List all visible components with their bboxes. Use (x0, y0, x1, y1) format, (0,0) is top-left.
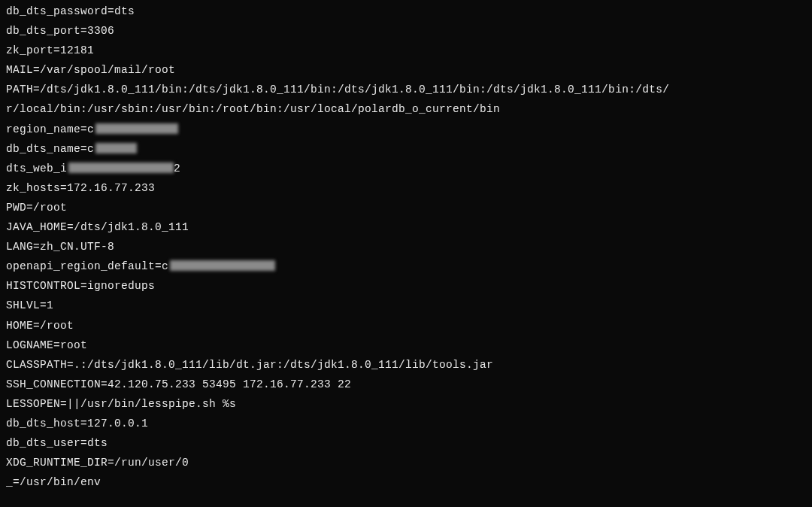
env-line: db_dts_host=127.0.0.1 (6, 414, 806, 433)
env-line: HISTCONTROL=ignoredups (6, 276, 806, 296)
redacted-value (95, 143, 137, 153)
env-value: dts_web_i (6, 162, 67, 175)
env-line: zk_port=12181 (6, 41, 806, 60)
env-line: r/local/bin:/usr/sbin:/usr/bin:/root/bin… (6, 99, 806, 119)
env-value: db_dts_name=c (6, 143, 94, 155)
env-line: db_dts_port=3306 (6, 21, 806, 41)
env-line: XDG_RUNTIME_DIR=/run/user/0 (6, 453, 806, 472)
env-line: db_dts_user=dts (6, 433, 806, 453)
env-line: SHLVL=1 (6, 296, 806, 315)
env-value: 2 (174, 162, 180, 175)
env-value: region_name=c (6, 123, 94, 135)
terminal-output: db_dts_password=dts db_dts_port=3306 zk_… (0, 0, 812, 493)
redacted-value (68, 162, 174, 173)
env-line: HOME=/root (6, 316, 806, 335)
env-line: zk_hosts=172.16.77.233 (6, 178, 806, 198)
env-line: openapi_region_default=c (6, 257, 806, 276)
env-line: LANG=zh_CN.UTF-8 (6, 237, 806, 257)
env-line: db_dts_name=c (6, 139, 806, 159)
env-value: openapi_region_default=c (6, 260, 168, 272)
env-line: CLASSPATH=.:/dts/jdk1.8.0_111/lib/dt.jar… (6, 355, 806, 375)
env-line: PATH=/dts/jdk1.8.0_111/bin:/dts/jdk1.8.0… (6, 80, 806, 99)
env-line: _=/usr/bin/env (6, 472, 806, 492)
env-line: db_dts_password=dts (6, 2, 806, 21)
env-line: MAIL=/var/spool/mail/root (6, 60, 806, 80)
redacted-value (95, 123, 178, 134)
env-line: dts_web_i2 (6, 159, 806, 178)
env-line: JAVA_HOME=/dts/jdk1.8.0_111 (6, 217, 806, 237)
env-line: LESSOPEN=||/usr/bin/lesspipe.sh %s (6, 394, 806, 414)
env-line: PWD=/root (6, 198, 806, 217)
env-line: SSH_CONNECTION=42.120.75.233 53495 172.1… (6, 375, 806, 394)
env-line: region_name=c (6, 120, 806, 139)
env-line: LOGNAME=root (6, 335, 806, 355)
redacted-value (170, 260, 275, 271)
